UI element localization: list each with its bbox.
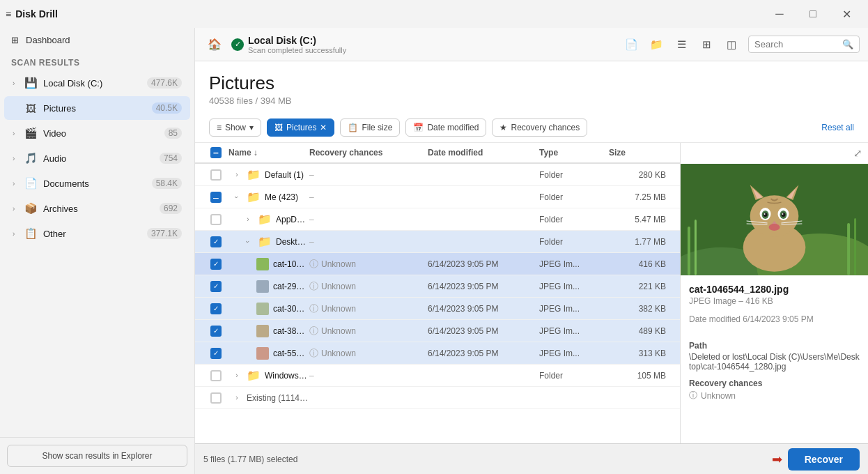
preview-image — [681, 164, 868, 275]
sidebar-item-pictures[interactable]: 🖼 Pictures 40.5K — [4, 96, 190, 120]
chevron-right-icon: › — [13, 230, 24, 238]
table-row[interactable]: › Existing (11147) - 140 MB — [195, 387, 680, 409]
expand-icon[interactable]: › — [242, 214, 254, 225]
minimize-button[interactable]: ─ — [764, 3, 796, 25]
svg-rect-5 — [847, 223, 850, 275]
sidebar-item-other[interactable]: › 📋 Other 377.1K — [4, 222, 190, 245]
table-row[interactable]: › 📁 Default (1) – Folder 280 KB — [195, 164, 680, 186]
preview-recovery-section: Recovery chances ⓘ Unknown — [689, 379, 860, 402]
sidebar-item-local-disk[interactable]: › 💾 Local Disk (C:) 477.6K — [4, 71, 190, 95]
show-scan-explorer-button[interactable]: Show scan results in Explorer — [7, 445, 187, 467]
table-row[interactable]: ✓ cat-2934720_1... ⓘ Unknown 6/14/2023 9… — [195, 275, 680, 298]
filesize-filter-button[interactable]: 📋 File size — [340, 118, 400, 137]
sidebar-dashboard[interactable]: ⊞ Dashboard — [0, 28, 194, 52]
jpeg-thumbnail-icon — [256, 258, 269, 270]
list-view-button[interactable]: ☰ — [670, 33, 692, 56]
row-checkbox[interactable]: ✓ — [210, 326, 222, 337]
row-checkbox[interactable] — [210, 392, 222, 404]
cat-image-svg — [681, 164, 868, 275]
file-name: Me (423) — [265, 192, 298, 202]
recovery-value: Unknown — [321, 259, 356, 269]
sidebar-item-video[interactable]: › 🎬 Video 85 — [4, 121, 190, 145]
table-row[interactable]: ✓ cat-1046544_1... ⓘ Unknown 6/14/2023 9… — [195, 253, 680, 275]
recovery-unknown-text: Unknown — [701, 391, 736, 401]
file-name: cat-1046544_1... — [273, 259, 309, 269]
row-checkbox[interactable]: – — [210, 192, 222, 203]
date-filter-button[interactable]: 📅 Date modified — [405, 118, 486, 137]
pictures-filter-button[interactable]: 🖼 Pictures ✕ — [267, 118, 334, 137]
table-row[interactable]: › 📁 Windows (4174) – Folder 105 MB — [195, 365, 680, 387]
expand-icon[interactable]: › — [231, 370, 242, 381]
documents-icon: 📄 — [24, 176, 38, 190]
search-box[interactable]: 🔍 — [748, 36, 860, 53]
sidebar-local-disk-label: Local Disk (C:) — [43, 78, 147, 89]
sidebar-audio-count: 754 — [160, 153, 182, 164]
recovery-cell: ⓘ Unknown — [309, 303, 428, 315]
preview-view-button[interactable]: ◫ — [720, 33, 743, 56]
table-row[interactable]: ✓ cat-300572_12... ⓘ Unknown 6/14/2023 9… — [195, 298, 680, 320]
menu-button[interactable]: ≡ — [6, 8, 11, 20]
table-row[interactable]: › 📁 AppData (418) – Folder 5.47 MB — [195, 208, 680, 231]
table-row[interactable]: – › 📁 Me (423) – Folder 7.25 MB — [195, 186, 680, 208]
row-checkbox[interactable] — [210, 169, 222, 181]
preview-panel: ⤢ — [680, 143, 868, 443]
sort-icon: ↓ — [254, 148, 258, 158]
preview-date: Date modified 6/14/2023 9:05 PM — [689, 314, 860, 324]
grid-view-button[interactable]: ⊞ — [695, 33, 718, 56]
search-input[interactable] — [754, 39, 838, 49]
recovery-cell: ⓘ Unknown — [309, 325, 428, 337]
collapse-icon[interactable]: › — [242, 236, 254, 247]
type-cell: Folder — [539, 371, 609, 381]
select-all-checkbox[interactable]: – — [203, 147, 228, 158]
row-checkbox[interactable]: ✓ — [210, 348, 222, 359]
file-view-button[interactable]: 📄 — [620, 33, 642, 56]
disk-name: Local Disk (C:) — [248, 35, 346, 46]
reset-all-link[interactable]: Reset all — [821, 123, 854, 132]
name-cell: cat-3846780_1... — [228, 325, 309, 337]
home-button[interactable]: 🏠 — [203, 33, 226, 56]
header-checkbox[interactable]: – — [210, 147, 222, 158]
table-row[interactable]: ✓ cat-3846780_1... ⓘ Unknown 6/14/2023 9… — [195, 320, 680, 342]
row-checkbox[interactable]: ✓ — [210, 236, 222, 247]
audio-icon: 🎵 — [24, 151, 38, 165]
file-name: cat-551554_12... — [273, 349, 309, 358]
row-checkbox[interactable]: ✓ — [210, 259, 222, 270]
type-cell: JPEG Im... — [539, 326, 609, 336]
table-row[interactable]: ✓ cat-551554_12... ⓘ Unknown 6/14/2023 9… — [195, 342, 680, 365]
scan-results-label: Scan results — [0, 52, 194, 70]
expand-preview-button[interactable]: ⤢ — [853, 147, 862, 160]
hamburger-icon: ≡ — [6, 8, 11, 20]
expand-icon[interactable]: › — [231, 392, 242, 404]
name-cell: › 📁 Me (423) — [228, 190, 309, 204]
row-checkbox[interactable] — [210, 214, 222, 225]
unknown-recovery-icon: ⓘ — [309, 347, 318, 360]
close-button[interactable]: ✕ — [830, 3, 862, 25]
sidebar-item-archives[interactable]: › 📦 Archives 692 — [4, 197, 190, 220]
recovery-filter-button[interactable]: ★ Recovery chances — [492, 118, 587, 137]
expand-icon[interactable]: › — [231, 169, 242, 181]
preview-path-value: \Deleted or lost\Local Disk (C)\Users\Me… — [689, 352, 860, 372]
row-checkbox[interactable] — [210, 370, 222, 381]
collapse-icon[interactable]: › — [231, 192, 242, 203]
recovery-value: Unknown — [321, 282, 356, 291]
search-icon: 🔍 — [842, 39, 853, 49]
table-row[interactable]: ✓ › 📁 Desktop (5) – Folder 1.77 MB — [195, 231, 680, 253]
sidebar-item-documents[interactable]: › 📄 Documents 58.4K — [4, 171, 190, 195]
preview-filename: cat-1046544_1280.jpg — [689, 284, 860, 295]
size-cell: 5.47 MB — [609, 215, 672, 224]
file-name: cat-2934720_1... — [273, 282, 309, 291]
show-filter-button[interactable]: ≡ Show ▾ — [209, 118, 261, 137]
row-checkbox[interactable]: ✓ — [210, 281, 222, 292]
title-bar: ≡ Disk Drill ─ □ ✕ — [0, 0, 868, 28]
row-checkbox[interactable]: ✓ — [210, 303, 222, 314]
maximize-button[interactable]: □ — [797, 3, 829, 25]
sidebar-item-audio[interactable]: › 🎵 Audio 754 — [4, 146, 190, 170]
sidebar-archives-label: Archives — [43, 204, 160, 214]
size-cell: 382 KB — [609, 304, 672, 314]
sidebar: ⊞ Dashboard Scan results › 💾 Local Disk … — [0, 28, 195, 474]
type-cell: Folder — [539, 215, 609, 224]
folder-view-button[interactable]: 📁 — [645, 33, 667, 56]
name-cell: › 📁 AppData (418) — [228, 213, 309, 226]
preview-meta: JPEG Image – 416 KB — [689, 296, 860, 306]
recover-button[interactable]: Recover — [788, 448, 860, 471]
